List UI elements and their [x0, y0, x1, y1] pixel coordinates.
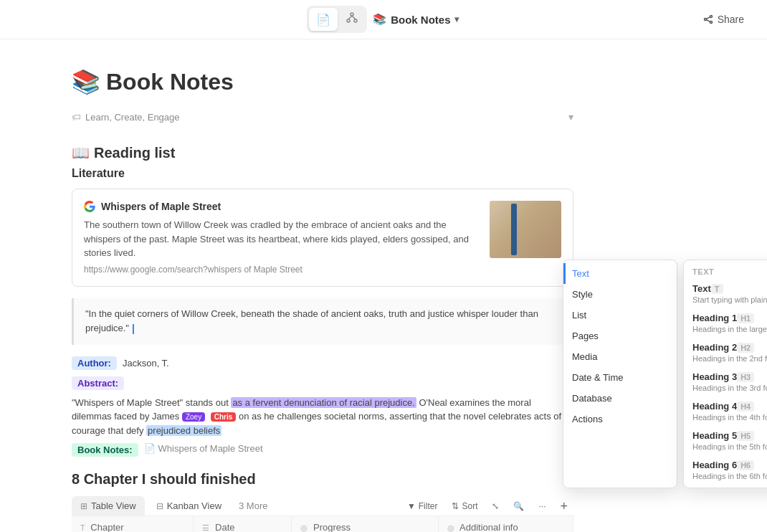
menu-style-label: Style	[572, 289, 593, 300]
reading-list-emoji: 📖	[72, 144, 90, 161]
fullscreen-button[interactable]: ⤡	[486, 498, 505, 515]
rp-h2-title: Heading 2 H2	[692, 342, 754, 353]
user-zoey-badge: Zoey	[182, 412, 205, 422]
rp-h6-item[interactable]: Heading 6 H6 Headings in the 6th font si…	[684, 455, 767, 485]
col-date-label: Date	[215, 522, 234, 532]
view-tab-group: 📄	[307, 6, 367, 33]
kanban-icon: ⊟	[156, 501, 163, 511]
menu-database-label: Database	[572, 393, 612, 404]
kanban-view-tab[interactable]: ⊟ Kanban View	[148, 496, 230, 516]
book-card-image	[490, 201, 561, 258]
rp-h1-title: Heading 1 H1	[692, 313, 754, 323]
book-card: Whispers of Maple Street The southern to…	[72, 189, 573, 287]
rp-h3-item[interactable]: Heading 3 H3 Headings in the 3rd font si…	[684, 367, 767, 396]
sort-label: Sort	[462, 501, 477, 511]
svg-line-3	[348, 16, 352, 19]
rp-h1-label: Heading 1	[692, 313, 737, 323]
page-emoji: 📚	[72, 68, 100, 95]
more-dots-icon: ···	[538, 501, 546, 511]
book-image-inner	[490, 201, 561, 258]
menu-actions-item[interactable]: Actions	[563, 409, 677, 429]
author-row: Author: Jackson, T.	[72, 356, 573, 371]
filter-button[interactable]: ▼ Filter	[401, 498, 444, 515]
rp-h3-sub: Headings in the 3rd font size.	[692, 384, 767, 392]
book-card-logo: Whispers of Maple Street	[84, 201, 481, 212]
menu-pages-item[interactable]: Pages	[563, 326, 677, 346]
rp-h5-label: Heading 5	[692, 430, 737, 441]
toolbar-right: ▼ Filter ⇅ Sort ⤡ 🔍 ··· +	[401, 497, 573, 516]
col-chapter-icon: T	[80, 523, 85, 532]
menu-style-item[interactable]: Style	[563, 284, 677, 305]
rp-h4-label: Heading 4	[692, 401, 737, 412]
menu-list-item[interactable]: List	[563, 305, 677, 326]
rp-h6-key: H6	[737, 460, 754, 470]
search-icon: 🔍	[513, 501, 524, 511]
svg-point-2	[354, 19, 357, 22]
menu-text-item[interactable]: Text	[563, 263, 677, 284]
rp-h5-item[interactable]: Heading 5 H5 Headings in the 5th font si…	[684, 426, 767, 455]
col-progress: ◎ Progress	[292, 516, 439, 532]
page-title: Book Notes	[106, 69, 234, 95]
author-value: Jackson, T.	[123, 356, 169, 371]
chapter-section-title: 8 Chapter I should finished	[72, 471, 573, 488]
rp-h4-item[interactable]: Heading 4 H4 Headings in the 4th font si…	[684, 396, 767, 426]
user-chris-badge: Chris	[211, 412, 237, 422]
rp-h1-item[interactable]: Heading 1 H1 Headings in the largest fon…	[684, 308, 767, 338]
menu-actions-label: Actions	[572, 414, 603, 424]
rp-h2-item[interactable]: Heading 2 H2 Headings in the 2nd font si…	[684, 338, 767, 367]
rp-text-item[interactable]: Text T Start typing with plain text.	[684, 279, 767, 308]
tags-label: 🏷 Learn, Create, Engage	[72, 112, 180, 123]
rp-h4-sub: Headings in the 4th font size.	[692, 413, 767, 422]
table-header: T Chapter ☰ Date ◎ Progress ◎ Additional…	[72, 516, 573, 532]
col-progress-label: Progress	[313, 522, 351, 532]
rp-h4-key: H4	[737, 402, 754, 412]
rp-h5-sub: Headings in the 5th font size.	[692, 442, 767, 451]
filter-label: Filter	[419, 501, 438, 511]
book-spine-decor	[511, 204, 517, 255]
chevron-down-icon: ▾	[454, 14, 459, 24]
col-additional: ◎ Additional info	[439, 516, 573, 532]
topbar-center: 📄 📚 Book Notes ▾	[307, 6, 459, 33]
rp-text-title: Text T	[692, 283, 723, 294]
share-label: Share	[718, 14, 744, 25]
quote-block: "In the quiet corners of Willow Creek, b…	[72, 298, 573, 346]
page-title-top[interactable]: 📚 Book Notes ▾	[373, 13, 459, 26]
svg-point-0	[351, 13, 353, 16]
reading-list-title: Reading list	[94, 145, 175, 161]
sort-button[interactable]: ⇅ Sort	[446, 498, 483, 515]
menu-database-item[interactable]: Database	[563, 388, 677, 409]
col-additional-label: Additional info	[459, 522, 518, 532]
svg-point-6	[704, 19, 706, 21]
rp-h3-key: H3	[737, 372, 754, 382]
table-view-tab[interactable]: ⊞ Table View	[72, 496, 145, 516]
col-chapter-label: Chapter	[90, 522, 123, 532]
rp-h5-title: Heading 5 H5	[692, 430, 754, 441]
menu-list-label: List	[572, 310, 586, 320]
book-notes-link[interactable]: 📄 Whispers of Maple Street	[144, 443, 263, 454]
menu-datetime-item[interactable]: Date & Time	[563, 367, 677, 388]
share-button[interactable]: Share	[695, 9, 753, 29]
more-options-button[interactable]: ···	[533, 498, 551, 515]
menu-media-item[interactable]: Media	[563, 346, 677, 367]
sort-icon: ⇅	[452, 501, 459, 511]
google-icon	[84, 201, 95, 212]
tags-chevron-icon[interactable]: ▾	[568, 111, 573, 123]
tags-value: Learn, Create, Engage	[85, 112, 180, 123]
search-button[interactable]: 🔍	[508, 498, 530, 515]
abstract-highlight-blue: prejudiced beliefs	[146, 425, 221, 436]
fullscreen-icon: ⤡	[492, 501, 499, 511]
add-row-button[interactable]: +	[554, 497, 573, 516]
rp-text-sub: Start typing with plain text.	[692, 295, 767, 304]
rp-h3-label: Heading 3	[692, 371, 737, 382]
book-card-link: https://www.google.com/search?whispers o…	[84, 265, 481, 275]
svg-line-4	[352, 16, 356, 19]
more-views-button[interactable]: 3 More	[233, 496, 273, 516]
col-progress-icon: ◎	[300, 523, 308, 532]
table-view-label: Table View	[91, 500, 136, 511]
rp-h1-key: H1	[737, 313, 754, 323]
data-table: T Chapter ☰ Date ◎ Progress ◎ Additional…	[72, 516, 573, 532]
tree-view-tab[interactable]	[339, 8, 365, 31]
svg-point-7	[710, 22, 712, 24]
page-view-tab[interactable]: 📄	[309, 8, 338, 31]
page-heading: 📚 Book Notes	[72, 68, 573, 95]
